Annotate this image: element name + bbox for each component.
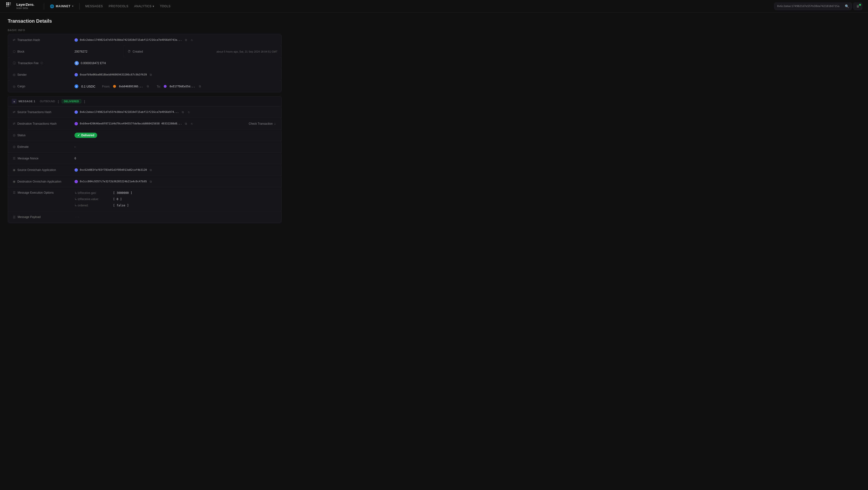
status-value: ✓ Delivered [71, 130, 281, 141]
dst-app-row: ◉ Destination Omnichain Application 0x1c… [8, 176, 281, 187]
src-hash-row: ⇄ Source Transactions Hash 0x6c2abac1749… [8, 106, 281, 118]
nonce-row: ☰ Message Nonce 6 [8, 153, 281, 164]
page-title: Transaction Details [8, 18, 282, 24]
exec-options-label: ☰ Message Execution Options [8, 187, 71, 197]
src-app-row: ◉ Source Omnichain Application 0xc62d083… [8, 164, 281, 176]
src-app-dot [74, 168, 78, 172]
hash-icon: ⇄ [13, 38, 16, 42]
cargo-to-copy-button[interactable]: ⧉ [198, 84, 202, 89]
src-hash-icon: ⇄ [13, 110, 16, 114]
sender-copy-button[interactable]: ⧉ [149, 72, 153, 77]
dst-hash-link-button[interactable]: ⎋ [190, 122, 194, 126]
status-label: ◎ Status [8, 130, 71, 140]
chevron-down-icon: ▾ [153, 5, 154, 8]
cargo-from-copy-button[interactable]: ⧉ [146, 84, 150, 89]
src-hash-label: ⇄ Source Transactions Hash [8, 107, 71, 117]
nav-analytics[interactable]: ANALYTICS ▾ [134, 5, 154, 8]
src-app-value: 0xc62d083faf83f783e01d3f89d913a02caf4b31… [71, 165, 281, 175]
tx-hash-row: ⇄ Transaction Hash 0x6c2abac1749821d7e55… [8, 34, 281, 46]
status-icon: ◎ [13, 133, 16, 137]
search-input[interactable] [777, 5, 843, 8]
exec-option-1: ↳ lzReceive.value: [ 0 ] [74, 196, 122, 202]
globe-icon: 🌐 [50, 4, 54, 8]
cargo-to-label: To: [157, 85, 161, 88]
check-icon: ✓ [78, 133, 80, 137]
cargo-row: ◎ Cargo $ 0.1 USDC From: 0xb04689536D...… [8, 81, 281, 92]
block-number: 20076272 [71, 46, 124, 57]
svg-rect-4 [8, 4, 9, 5]
monitor-button[interactable]: 🖥 [854, 3, 862, 10]
dst-hash-row: ⇄ Destination Transactions Hash 0xb9ee43… [8, 118, 281, 129]
cargo-from-label: From: [102, 85, 111, 88]
to-chain-icon [164, 85, 166, 88]
clock-icon: ⏱ [128, 50, 131, 53]
src-hash-link-button[interactable]: ⎋ [187, 110, 190, 114]
eth-icon: Ξ [74, 61, 79, 65]
sender-icon: ◎ [13, 73, 16, 76]
svg-rect-5 [10, 2, 11, 4]
dst-app-label: ◉ Destination Omnichain Application [8, 177, 71, 186]
block-label: ⬡ Block [8, 46, 71, 57]
logo-name: LayerZero. [17, 3, 34, 6]
message-icon: ▲ [12, 99, 17, 104]
logo: LayerZero. scan beta [6, 2, 34, 10]
dst-hash-icon: ⇄ [13, 122, 16, 125]
src-hash-value: 0x6c2abac1749821d7e55fb38da7421810d715ab… [71, 107, 281, 117]
nav-links: MESSAGES PROTOCOLS ANALYTICS ▾ TOOLS [85, 5, 774, 8]
src-hash-copy-button[interactable]: ⧉ [181, 110, 185, 114]
nav-divider [44, 3, 44, 10]
logo-text: LayerZero. scan beta [17, 3, 34, 9]
search-button[interactable]: 🔍 [845, 4, 849, 8]
tx-hash-value: 0x6c2abac1749821d7e55fb38da7421810d715ab… [71, 35, 281, 45]
search-area: 🔍 🖥 [774, 3, 862, 10]
src-app-copy-button[interactable]: ⧉ [149, 168, 153, 172]
estimate-row: ◎ Estimate - [8, 141, 281, 153]
dst-hash-label: ⇄ Destination Transactions Hash [8, 119, 71, 128]
main-content: Transaction Details BASIC INFO ⇄ Transac… [0, 12, 289, 229]
dst-app-dot [74, 180, 78, 183]
nav-tools[interactable]: TOOLS [160, 5, 170, 8]
tx-hash-label: ⇄ Transaction Hash [8, 35, 71, 44]
sender-value: 0xaafb9a06ba0818beb046069433206c67c9b3f6… [71, 70, 281, 80]
tx-hash-copy-button[interactable]: ⧉ [184, 38, 188, 42]
dst-app-copy-button[interactable]: ⧉ [149, 179, 153, 184]
payload-icon: ☰ [13, 215, 16, 219]
arrow-down-icon: ↓ [274, 122, 276, 125]
network-selector[interactable]: 🌐 MAINNET ▾ [48, 3, 75, 9]
estimate-icon: ◎ [13, 145, 16, 149]
svg-rect-7 [6, 6, 7, 7]
from-chain-icon [113, 85, 116, 88]
cargo-label: ◎ Cargo [8, 82, 71, 91]
payload-value: ··· [71, 213, 281, 222]
check-transaction-button[interactable]: Check Transaction ↓ [247, 121, 278, 126]
tx-hash-link-button[interactable]: ⎋ [190, 38, 194, 42]
dst-app-value: 0x1cc004c9357c7e32f2b36203224b21a4c0c47b… [71, 177, 281, 187]
nonce-value: 6 [71, 154, 281, 163]
nav-protocols[interactable]: PROTOCOLS [109, 5, 128, 8]
cargo-icon: ◎ [13, 85, 16, 88]
fee-value: Ξ 0.0000018472 ETH [71, 58, 281, 68]
nonce-icon: ☰ [13, 156, 16, 160]
exec-option-2: ↳ ordered: [ false ] [74, 203, 129, 208]
exec-options-icon: ☰ [13, 191, 16, 194]
dst-dot [74, 122, 78, 125]
src-dot [74, 111, 78, 114]
logo-sub: scan beta [17, 7, 34, 9]
exec-options-row: ☰ Message Execution Options ↳ lzReceive.… [8, 187, 281, 211]
payload-label: ☰ Message Payload [8, 212, 71, 222]
dst-app-icon: ◉ [13, 180, 16, 183]
cargo-value: $ 0.1 USDC From: 0xb04689536D... ⧉ To: 0… [71, 81, 281, 91]
usdc-icon: $ [74, 84, 79, 88]
block-created: ⏱ Created about 5 hours ago, Sat, 21 Sep… [124, 46, 281, 57]
src-app-label: ◉ Source Omnichain Application [8, 165, 71, 175]
svg-rect-6 [10, 4, 11, 5]
payload-row: ☰ Message Payload ··· [8, 211, 281, 223]
fee-help-icon: ⓘ [40, 61, 43, 65]
nonce-label: ☰ Message Nonce [8, 154, 71, 163]
exec-option-0: ↳ lzReceive.gas: [ 3000000 ] [74, 190, 132, 195]
nav-divider-2 [79, 3, 80, 10]
tx-sender-dot [74, 38, 78, 42]
dst-hash-copy-button[interactable]: ⧉ [184, 122, 188, 126]
message-section: ▲ MESSAGE 1 OUTBOUND [ DELIVERED ] ⇄ Sou… [8, 96, 282, 223]
nav-messages[interactable]: MESSAGES [85, 5, 103, 8]
